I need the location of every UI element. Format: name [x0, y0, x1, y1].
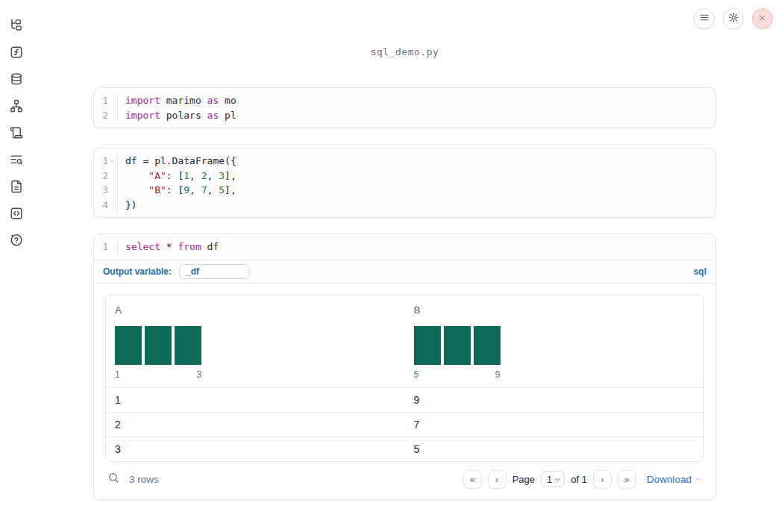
cell-value: 1 [106, 394, 405, 406]
histogram-bar [145, 326, 172, 365]
line-number: 4 [102, 199, 108, 210]
code-text: select * from df [118, 240, 219, 254]
file-tree-icon [10, 23, 23, 34]
dataframe-table: A 1 3 B [105, 295, 704, 462]
sidebar-item-documentation[interactable] [10, 180, 23, 193]
cell-value: 3 [106, 443, 405, 455]
hist-min-label: 1 [115, 369, 120, 380]
code-text: import marimo as mo [118, 93, 236, 108]
function-square-icon [10, 50, 23, 61]
code-square-icon [10, 211, 23, 222]
page-select[interactable]: 1 [541, 471, 565, 487]
sidebar-item-scratchpad[interactable] [10, 46, 23, 59]
cell-value: 5 [405, 443, 704, 455]
sidebar-item-file-tree[interactable] [10, 19, 23, 32]
histogram-bar [115, 326, 142, 365]
table-footer: 3 rows « ‹ Page 1 of 1 › » Download [105, 462, 704, 493]
network-graph-icon [10, 104, 23, 115]
close-icon [758, 13, 767, 25]
next-page-button[interactable]: › [593, 470, 612, 489]
sql-cell[interactable]: 1 select * from df Output variable: sql … [93, 234, 716, 500]
help-circle-icon [10, 238, 23, 249]
histogram-bar [414, 326, 441, 365]
sidebar-item-logs[interactable] [10, 126, 23, 140]
sidebar-item-dependency-graph[interactable] [10, 99, 23, 113]
output-variable-bar: Output variable: sql [94, 260, 715, 283]
code-text: }) [118, 198, 137, 213]
download-button[interactable]: Download [647, 474, 702, 485]
scroll-icon [10, 131, 23, 142]
line-number: 1 [102, 155, 108, 166]
histogram-b [414, 326, 501, 365]
language-badge: sql [694, 266, 706, 277]
code-line: 1 import marimo as mo [94, 93, 715, 108]
column-header-b[interactable]: B 5 9 [405, 304, 704, 387]
hist-max-label: 9 [495, 369, 501, 380]
histogram-bar [175, 326, 201, 365]
output-variable-input[interactable] [179, 264, 250, 279]
code-text: import polars as pl [118, 108, 236, 123]
search-icon[interactable] [107, 472, 119, 486]
sidebar-item-datasources[interactable] [10, 72, 23, 86]
notebook: sql_demo.py 1 import marimo as mo 2 impo… [93, 0, 716, 500]
code-text: "A": [1, 2, 3], [118, 169, 236, 184]
code-cell-dataframe[interactable]: 1 df = pl.DataFrame({ 2 "A": [1, 2, 3], … [93, 148, 716, 218]
code-cell-imports[interactable]: 1 import marimo as mo 2 import polars as… [93, 87, 716, 128]
database-icon [10, 77, 23, 88]
histogram-ticks: 5 9 [414, 369, 501, 387]
table-row[interactable]: 1 9 [106, 387, 703, 412]
sidebar [0, 19, 33, 247]
histogram-a [115, 326, 201, 365]
pagination: « ‹ Page 1 of 1 › » Download [463, 470, 702, 489]
notebook-filename: sql_demo.py [93, 46, 716, 57]
code-text: "B": [9, 7, 5], [118, 183, 236, 198]
sidebar-item-help[interactable] [10, 234, 23, 247]
list-search-icon [10, 157, 23, 169]
page-label: Page [512, 474, 535, 485]
page-select-value: 1 [547, 474, 552, 485]
sidebar-item-outline-search[interactable] [10, 153, 23, 166]
code-editor[interactable]: 1 select * from df [94, 234, 715, 260]
histogram-ticks: 1 3 [115, 369, 201, 387]
table-row[interactable]: 2 7 [106, 412, 703, 436]
table-header: A 1 3 B [106, 295, 703, 387]
code-line: 4 }) [94, 198, 715, 213]
hist-min-label: 5 [414, 369, 419, 380]
code-editor[interactable]: 1 df = pl.DataFrame({ 2 "A": [1, 2, 3], … [94, 148, 715, 217]
column-name: A [115, 304, 405, 316]
code-line: 1 df = pl.DataFrame({ [94, 154, 715, 169]
table-row[interactable]: 3 5 [106, 436, 703, 461]
page-total-label: of 1 [571, 474, 587, 485]
code-line: 1 select * from df [94, 240, 715, 254]
output-variable-label: Output variable: [103, 266, 172, 277]
gear-icon [728, 12, 739, 25]
row-count: 3 rows [129, 474, 159, 485]
hist-max-label: 3 [196, 369, 201, 380]
settings-button[interactable] [723, 8, 744, 29]
prev-page-button[interactable]: ‹ [488, 470, 506, 489]
cell-value: 7 [405, 419, 704, 431]
line-number: 2 [102, 110, 108, 121]
fold-chevron-icon[interactable] [108, 158, 116, 164]
shutdown-button[interactable] [752, 8, 773, 29]
column-header-a[interactable]: A 1 3 [106, 304, 405, 387]
line-number: 2 [102, 170, 108, 181]
code-line: 2 import polars as pl [94, 108, 715, 123]
line-number: 1 [102, 241, 108, 252]
code-line: 2 "A": [1, 2, 3], [94, 169, 715, 184]
code-line: 3 "B": [9, 7, 5], [94, 183, 715, 198]
line-number: 3 [102, 184, 108, 195]
download-label: Download [647, 474, 691, 485]
sidebar-item-snippets[interactable] [10, 207, 23, 220]
cell-output: A 1 3 B [94, 283, 715, 499]
cell-value: 2 [106, 419, 405, 431]
last-page-button[interactable]: » [618, 470, 636, 489]
column-name: B [414, 304, 704, 316]
code-editor[interactable]: 1 import marimo as mo 2 import polars as… [94, 88, 715, 128]
histogram-bar [474, 326, 501, 365]
code-text: df = pl.DataFrame({ [118, 154, 236, 169]
file-text-icon [10, 184, 23, 195]
first-page-button[interactable]: « [463, 470, 482, 489]
line-number: 1 [102, 95, 108, 106]
histogram-bar [444, 326, 471, 365]
